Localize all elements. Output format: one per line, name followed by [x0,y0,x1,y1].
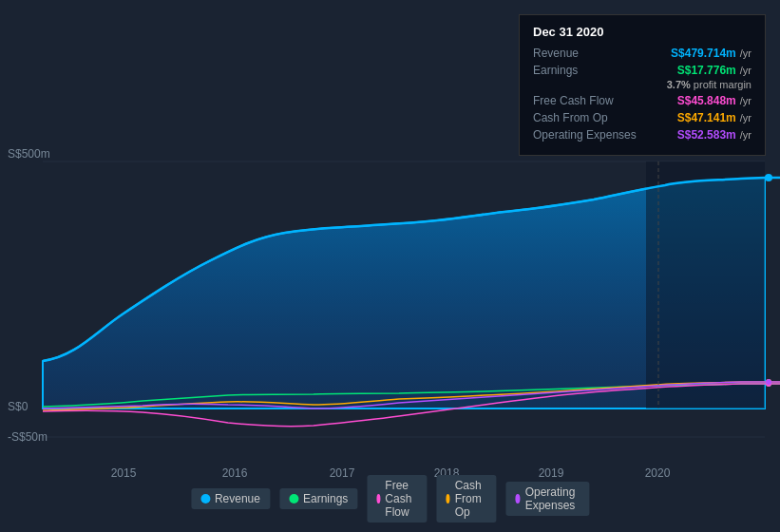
legend-dot-revenue [200,494,210,504]
legend-dot-cashfromop [446,494,449,504]
y-label-0: S$0 [8,400,28,413]
x-label-2020: 2020 [645,466,671,480]
tooltip-value-revenue: S$479.714m/yr [671,47,751,60]
tooltip-value-fcf: S$45.848m/yr [677,94,751,107]
legend-item-cashfromop[interactable]: Cash From Op [436,475,496,522]
legend-item-earnings[interactable]: Earnings [279,488,357,509]
tooltip-row-cashfromop: Cash From Op S$47.141m/yr [533,111,751,124]
legend-label-fcf: Free Cash Flow [385,479,417,519]
tooltip-value-opex: S$52.583m/yr [677,128,751,142]
tooltip-row-earnings: Earnings S$17.776m/yr [533,64,751,77]
svg-point-16 [766,379,771,385]
legend-dot-opex [515,494,520,504]
y-label-neg50m: -S$50m [8,430,48,444]
chart-container: S$500m S$0 -S$50m 2015 2016 2017 2018 20… [0,0,780,532]
legend-label-cashfromop: Cash From Op [455,479,487,519]
tooltip-row-fcf: Free Cash Flow S$45.848m/yr [533,94,751,107]
legend-label-revenue: Revenue [215,492,260,505]
tooltip-value-earnings: S$17.776m/yr [677,64,751,77]
legend-item-opex[interactable]: Operating Expenses [505,482,589,516]
legend-dot-fcf [376,494,380,504]
tooltip-label-fcf: Free Cash Flow [533,94,647,107]
tooltip-label-earnings: Earnings [533,64,647,77]
tooltip-box: Dec 31 2020 Revenue S$479.714m/yr Earnin… [519,14,766,156]
tooltip-value-cashfromop: S$47.141m/yr [677,111,751,124]
y-label-500m: S$500m [8,147,50,161]
legend-item-revenue[interactable]: Revenue [191,488,270,509]
tooltip-label-revenue: Revenue [533,47,647,60]
tooltip-date: Dec 31 2020 [533,25,751,39]
tooltip-label-cashfromop: Cash From Op [533,111,647,124]
tooltip-row-revenue: Revenue S$479.714m/yr [533,47,751,60]
legend-item-fcf[interactable]: Free Cash Flow [367,475,427,522]
tooltip-label-opex: Operating Expenses [533,128,647,142]
legend-label-earnings: Earnings [303,492,348,505]
legend-dot-earnings [289,494,298,504]
legend-label-opex: Operating Expenses [525,485,580,512]
tooltip-row-opex: Operating Expenses S$52.583m/yr [533,128,751,142]
x-label-2015: 2015 [111,466,137,480]
svg-point-12 [765,174,772,181]
legend: Revenue Earnings Free Cash Flow Cash Fro… [191,475,589,522]
profit-margin: 3.7% profit margin [533,79,751,90]
svg-rect-5 [646,162,765,408]
